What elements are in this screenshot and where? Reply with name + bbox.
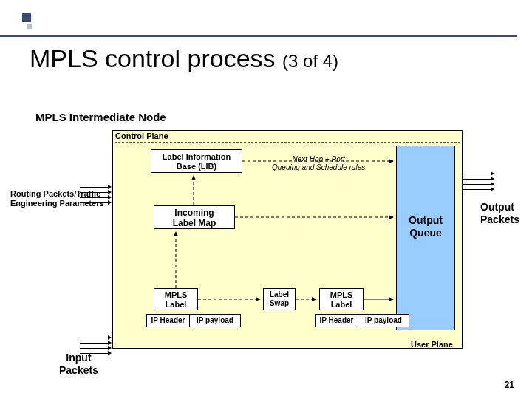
nexthop-line1: Next Hop + Port: [272, 155, 365, 163]
output-packets-label: Output Packets: [480, 201, 519, 226]
lib-line1: Label Information: [151, 152, 242, 162]
arrows-input-packets: [80, 335, 112, 356]
mpls-right-line1: MPLS: [320, 290, 363, 300]
ip-header-left: IP Header: [147, 315, 190, 327]
ilm-line2: Label Map: [154, 218, 234, 228]
nexthop-label: Next Hop + Port Queuing and Schedule rul…: [272, 155, 365, 171]
slide-title: MPLS control process (3 of 4): [30, 44, 338, 73]
lib-line2: Base (LIB): [151, 162, 242, 171]
mpls-left-line2: Label: [154, 300, 197, 310]
mpls-right-line2: Label: [320, 300, 363, 310]
mpls-left-line1: MPLS: [154, 290, 197, 300]
output-line1: Output: [480, 201, 519, 214]
ilm-line1: Incoming: [154, 208, 234, 218]
ip-payload-left: IP payload: [190, 315, 240, 327]
control-plane-label: Control Plane: [115, 132, 168, 140]
title-sub: (3 of 4): [282, 51, 338, 71]
label-swap-box: Label Swap: [263, 288, 296, 310]
control-plane-divider: [115, 142, 460, 143]
ip-header-right: IP Header: [316, 315, 358, 327]
nexthop-line2: Queuing and Schedule rules: [272, 163, 365, 171]
input-line2: Packets: [59, 364, 98, 377]
lib-box: Label Information Base (LIB): [151, 149, 242, 173]
queue-line1: Output: [398, 214, 454, 227]
ip-packet-right: IP Header IP payload: [315, 314, 409, 327]
section-title: MPLS Intermediate Node: [35, 111, 166, 123]
arrows-output-packets: [463, 171, 494, 192]
arrows-routing-in: [80, 185, 112, 205]
output-queue-label: Output Queue: [398, 214, 454, 239]
swap-line1: Label: [264, 290, 295, 299]
user-plane-label: User Plane: [411, 340, 453, 349]
ip-payload-right: IP payload: [358, 315, 409, 327]
title-main: MPLS control process: [30, 44, 282, 72]
ip-packet-left: IP Header IP payload: [146, 314, 241, 327]
mpls-label-right: MPLS Label: [319, 288, 364, 310]
page-number: 21: [505, 380, 514, 390]
swap-line2: Swap: [264, 299, 295, 308]
output-line2: Packets: [480, 214, 519, 226]
mpls-label-left: MPLS Label: [154, 288, 198, 310]
queue-line2: Queue: [398, 227, 454, 239]
ilm-box: Incoming Label Map: [154, 205, 235, 229]
